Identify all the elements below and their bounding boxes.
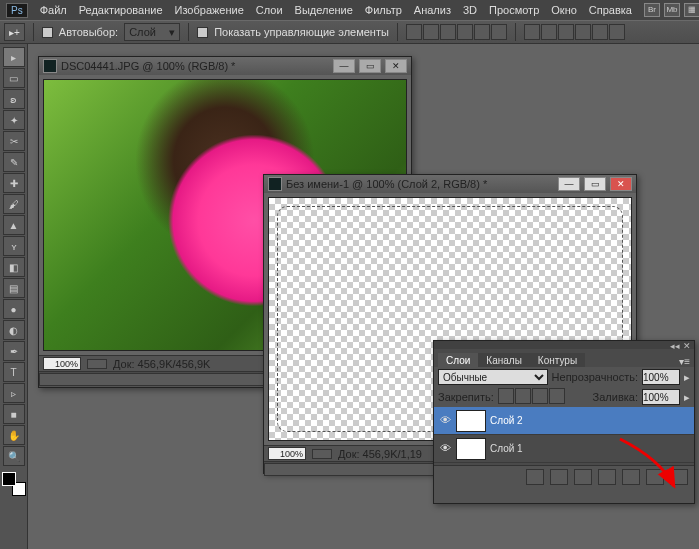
menu-filter[interactable]: Фильтр: [365, 4, 402, 16]
panel-menu-icon[interactable]: ▾≡: [675, 356, 694, 367]
type-tool[interactable]: T: [3, 362, 25, 382]
layer-thumbnail[interactable]: [456, 438, 486, 460]
maximize-button[interactable]: ▭: [359, 59, 381, 73]
close-button[interactable]: ✕: [610, 177, 632, 191]
pen-tool[interactable]: ✒: [3, 341, 25, 361]
eyedropper-tool[interactable]: ✎: [3, 152, 25, 172]
document-icon: [268, 177, 282, 191]
doc2-titlebar[interactable]: Без имени-1 @ 100% (Слой 2, RGB/8) * — ▭…: [264, 175, 636, 193]
maximize-button[interactable]: ▭: [584, 177, 606, 191]
distribute-icon[interactable]: [592, 24, 608, 40]
menu-window[interactable]: Окно: [551, 4, 577, 16]
layers-panel-footer: [434, 465, 694, 487]
minibridge-icon[interactable]: Mb: [664, 3, 680, 17]
menu-image[interactable]: Изображение: [175, 4, 244, 16]
foreground-color-swatch[interactable]: [2, 472, 16, 486]
crop-tool[interactable]: ✂: [3, 131, 25, 151]
align-icon[interactable]: [423, 24, 439, 40]
lock-all-icon[interactable]: [549, 388, 565, 404]
new-layer-icon[interactable]: [646, 469, 664, 485]
group-icon[interactable]: [622, 469, 640, 485]
layer-fx-icon[interactable]: [550, 469, 568, 485]
minimize-button[interactable]: —: [558, 177, 580, 191]
align-icon[interactable]: [457, 24, 473, 40]
heal-tool[interactable]: ✚: [3, 173, 25, 193]
fill-label: Заливка:: [593, 391, 638, 403]
zoom-tool[interactable]: 🔍: [3, 446, 25, 466]
menu-edit[interactable]: Редактирование: [79, 4, 163, 16]
doc1-zoom-field[interactable]: [43, 357, 81, 370]
distribute-icon[interactable]: [575, 24, 591, 40]
tab-paths[interactable]: Контуры: [530, 353, 585, 367]
stamp-tool[interactable]: ▲: [3, 215, 25, 235]
menu-layers[interactable]: Слои: [256, 4, 283, 16]
visibility-toggle-icon[interactable]: 👁: [438, 442, 452, 456]
lasso-tool[interactable]: ʚ: [3, 89, 25, 109]
menu-view[interactable]: Просмотр: [489, 4, 539, 16]
align-icon[interactable]: [440, 24, 456, 40]
hand-tool[interactable]: ✋: [3, 425, 25, 445]
lock-position-icon[interactable]: [532, 388, 548, 404]
gradient-tool[interactable]: ▤: [3, 278, 25, 298]
adjustment-layer-icon[interactable]: [598, 469, 616, 485]
auto-select-target-text: Слой: [129, 26, 156, 38]
menu-analysis[interactable]: Анализ: [414, 4, 451, 16]
layer-row[interactable]: 👁 Слой 2: [434, 407, 694, 435]
history-brush-tool[interactable]: ʏ: [3, 236, 25, 256]
dodge-tool[interactable]: ◐: [3, 320, 25, 340]
screen-mode-icon[interactable]: ▦: [684, 3, 699, 17]
tab-channels[interactable]: Каналы: [478, 353, 530, 367]
lock-transparency-icon[interactable]: [498, 388, 514, 404]
show-transform-controls-label: Показать управляющие элементы: [214, 26, 389, 38]
menu-help[interactable]: Справка: [589, 4, 632, 16]
layer-thumbnail[interactable]: [456, 410, 486, 432]
zoom-slider[interactable]: [87, 359, 107, 369]
chevron-down-icon[interactable]: ▸: [684, 371, 690, 384]
marquee-tool[interactable]: ▭: [3, 68, 25, 88]
align-icon[interactable]: [491, 24, 507, 40]
layer-name[interactable]: Слой 2: [490, 415, 523, 426]
brush-tool[interactable]: 🖌: [3, 194, 25, 214]
close-button[interactable]: ✕: [385, 59, 407, 73]
menu-select[interactable]: Выделение: [295, 4, 353, 16]
chevron-down-icon[interactable]: ▸: [684, 391, 690, 404]
minimize-button[interactable]: —: [333, 59, 355, 73]
wand-tool[interactable]: ✦: [3, 110, 25, 130]
show-transform-controls-checkbox[interactable]: [197, 27, 208, 38]
panel-collapse-bar[interactable]: ◂◂ ✕: [434, 341, 694, 349]
path-tool[interactable]: ▹: [3, 383, 25, 403]
doc2-zoom-field[interactable]: [268, 447, 306, 460]
menu-3d[interactable]: 3D: [463, 4, 477, 16]
lock-pixels-icon[interactable]: [515, 388, 531, 404]
current-tool-indicator[interactable]: ▸+: [4, 23, 25, 41]
blend-mode-select[interactable]: Обычные: [438, 369, 548, 385]
trash-icon[interactable]: [670, 469, 688, 485]
tab-layers[interactable]: Слои: [438, 353, 478, 367]
link-layers-icon[interactable]: [526, 469, 544, 485]
visibility-toggle-icon[interactable]: 👁: [438, 414, 452, 428]
layer-row[interactable]: 👁 Слой 1: [434, 435, 694, 463]
fill-field[interactable]: [642, 389, 680, 405]
bridge-icon[interactable]: Br: [644, 3, 660, 17]
align-icon[interactable]: [406, 24, 422, 40]
layers-panel[interactable]: ◂◂ ✕ Слои Каналы Контуры ▾≡ Обычные Непр…: [433, 340, 695, 504]
blur-tool[interactable]: ●: [3, 299, 25, 319]
distribute-icon[interactable]: [558, 24, 574, 40]
color-swatches[interactable]: [2, 472, 26, 496]
lock-label: Закрепить:: [438, 391, 494, 403]
layer-mask-icon[interactable]: [574, 469, 592, 485]
distribute-icon[interactable]: [541, 24, 557, 40]
distribute-icon[interactable]: [609, 24, 625, 40]
opacity-field[interactable]: [642, 369, 680, 385]
menu-file[interactable]: Файл: [40, 4, 67, 16]
eraser-tool[interactable]: ◧: [3, 257, 25, 277]
distribute-icon[interactable]: [524, 24, 540, 40]
auto-select-target[interactable]: Слой▾: [124, 23, 180, 41]
move-tool[interactable]: ▸: [3, 47, 25, 67]
auto-select-checkbox[interactable]: [42, 27, 53, 38]
layer-name[interactable]: Слой 1: [490, 443, 523, 454]
zoom-slider[interactable]: [312, 449, 332, 459]
align-icon[interactable]: [474, 24, 490, 40]
shape-tool[interactable]: ■: [3, 404, 25, 424]
doc1-titlebar[interactable]: DSC04441.JPG @ 100% (RGB/8) * — ▭ ✕: [39, 57, 411, 75]
